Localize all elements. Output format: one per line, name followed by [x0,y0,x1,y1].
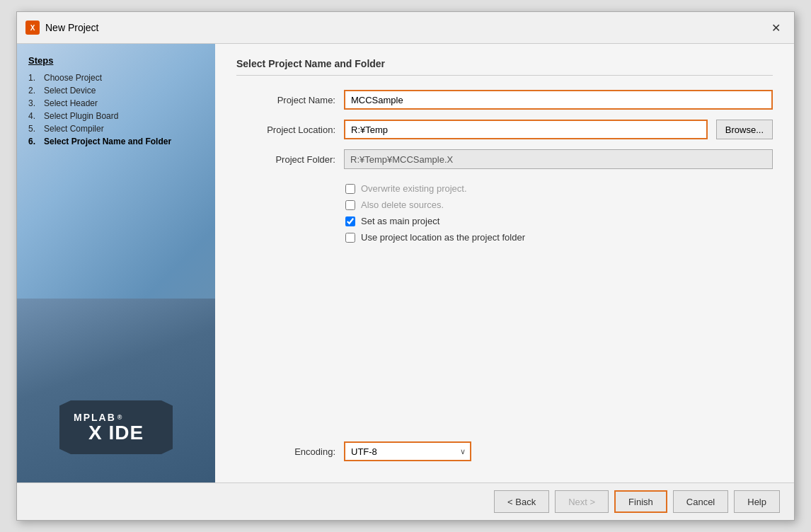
use-location-row: Use project location as the project fold… [345,232,773,243]
project-folder-label: Project Folder: [236,154,335,165]
steps-list: 1. Choose Project 2. Select Device 3. Se… [28,71,204,148]
project-location-label: Project Location: [236,125,335,135]
new-project-dialog: X New Project ✕ Steps 1. Choose Project … [16,11,795,521]
bottom-bar: < Back Next > Finish Cancel Help [17,482,794,520]
project-name-row: Project Name: [236,90,773,110]
finish-button[interactable]: Finish [614,490,667,513]
main-project-label[interactable]: Set as main project [361,216,439,226]
sidebar: Steps 1. Choose Project 2. Select Device… [17,44,215,482]
main-project-checkbox[interactable] [345,216,355,226]
encoding-select[interactable]: UTF-8 UTF-16 ISO-8859-1 Windows-1252 [344,441,471,461]
back-button[interactable]: < Back [494,490,549,513]
help-button[interactable]: Help [734,490,780,513]
overwrite-row: Overwrite existing project. [345,183,773,194]
main-project-row: Set as main project [345,216,773,226]
use-location-checkbox[interactable] [345,233,355,243]
use-location-label[interactable]: Use project location as the project fold… [361,232,525,243]
next-button[interactable]: Next > [555,490,609,513]
title-bar-left: X New Project [25,21,98,35]
app-icon: X [25,21,40,35]
project-folder-input [344,149,773,169]
overwrite-label[interactable]: Overwrite existing project. [361,183,467,194]
content-area: Steps 1. Choose Project 2. Select Device… [17,44,794,482]
step-4: 4. Select Plugin Board [28,110,204,122]
step-6-active: 6. Select Project Name and Folder [28,135,204,148]
project-folder-row: Project Folder: [236,149,773,169]
step-3: 3. Select Header [28,97,204,110]
checkboxes-section: Overwrite existing project. Also delete … [345,183,773,243]
step-5: 5. Select Compiler [28,122,204,135]
mplab-logo: MPLAB® X IDE [59,400,173,454]
browse-button[interactable]: Browse... [716,120,773,139]
main-panel: Select Project Name and Folder Project N… [215,44,794,482]
cancel-button[interactable]: Cancel [673,490,728,513]
project-name-input[interactable] [344,90,773,110]
close-button[interactable]: ✕ [766,18,786,37]
delete-row: Also delete sources. [345,200,773,210]
project-location-input[interactable] [344,120,708,139]
encoding-wrapper: UTF-8 UTF-16 ISO-8859-1 Windows-1252 [344,441,471,461]
form-section: Project Name: Project Location: Browse..… [236,90,773,169]
title-bar: X New Project ✕ [17,12,794,44]
encoding-section: Encoding: UTF-8 UTF-16 ISO-8859-1 Window… [236,441,773,461]
project-name-label: Project Name: [236,95,335,105]
steps-label: Steps [28,55,204,66]
panel-title: Select Project Name and Folder [236,58,773,76]
step-1: 1. Choose Project [28,71,204,84]
step-2: 2. Select Device [28,84,204,97]
dialog-title: New Project [45,22,98,33]
project-location-row: Project Location: Browse... [236,120,773,139]
xide-text: X IDE [74,423,159,443]
overwrite-checkbox[interactable] [345,184,355,194]
delete-label[interactable]: Also delete sources. [361,200,444,210]
logo-area: MPLAB® X IDE [17,400,215,454]
encoding-label: Encoding: [236,446,335,457]
delete-sources-checkbox[interactable] [345,200,355,210]
